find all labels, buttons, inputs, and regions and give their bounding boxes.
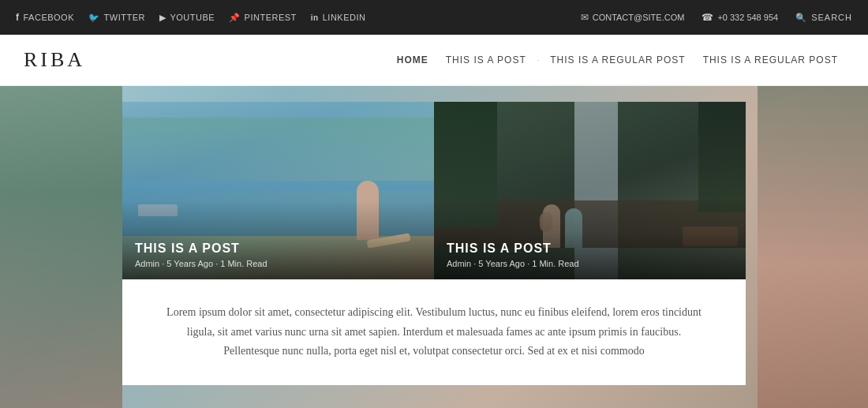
nav-post-1[interactable]: THIS IS A POST xyxy=(440,51,533,69)
phone-contact: ☎ +0 332 548 954 xyxy=(702,12,778,23)
post-card-1[interactable]: THIS IS A POST Admin · 5 Years Ago · 1 M… xyxy=(122,102,434,279)
twitter-label: TWITTER xyxy=(104,13,145,22)
linkedin-label: LINKEDIN xyxy=(323,13,366,22)
text-section: Lorem ipsum dolor sit amet, consectetur … xyxy=(122,279,746,385)
post-card-2-info: THIS IS A POST Admin · 5 Years Ago · 1 M… xyxy=(447,241,579,268)
post-card-1-info: THIS IS A POST Admin · 5 Years Ago · 1 M… xyxy=(135,241,268,268)
background-trees-left xyxy=(0,47,122,408)
posts-row: THIS IS A POST Admin · 5 Years Ago · 1 M… xyxy=(122,102,746,279)
nav-regular-post-1[interactable]: THIS IS A REGULAR POST xyxy=(544,51,691,69)
facebook-icon xyxy=(16,12,20,23)
twitter-icon: 🐦 xyxy=(88,13,100,23)
background-trees-right xyxy=(758,47,868,408)
post-card-2-title: THIS IS A POST xyxy=(447,241,579,256)
search-label: SEARCH xyxy=(811,13,852,22)
phone-icon: ☎ xyxy=(702,12,713,23)
pinterest-label: PINTEREST xyxy=(245,13,297,22)
phone-text: +0 332 548 954 xyxy=(717,13,778,22)
search-icon: 🔍 xyxy=(795,13,807,23)
linkedin-link[interactable]: in LINKEDIN xyxy=(311,13,366,22)
mail-icon: ✉ xyxy=(581,12,589,23)
nav-regular-post-2[interactable]: THIS IS A REGULAR POST xyxy=(697,51,844,69)
twitter-link[interactable]: 🐦 TWITTER xyxy=(88,13,145,23)
contact-search: ✉ CONTACT@SITE.COM ☎ +0 332 548 954 🔍 SE… xyxy=(581,12,852,23)
youtube-icon: ▶ xyxy=(159,13,166,23)
social-links: FACEBOOK 🐦 TWITTER ▶ YOUTUBE 📌 PINTEREST… xyxy=(16,12,365,23)
main-nav: HOME THIS IS A POST · THIS IS A REGULAR … xyxy=(391,51,844,69)
search-button[interactable]: 🔍 SEARCH xyxy=(795,13,852,23)
site-logo[interactable]: RIBA xyxy=(24,48,85,72)
header: RIBA HOME THIS IS A POST · THIS IS A REG… xyxy=(0,35,868,86)
youtube-label: YOUTUBE xyxy=(170,13,215,22)
body-text: Lorem ipsum dolor sit amet, consectetur … xyxy=(162,303,706,361)
nav-home[interactable]: HOME xyxy=(391,51,435,69)
pinterest-link[interactable]: 📌 PINTEREST xyxy=(229,13,297,23)
top-bar: FACEBOOK 🐦 TWITTER ▶ YOUTUBE 📌 PINTEREST… xyxy=(0,0,868,35)
post-card-1-meta: Admin · 5 Years Ago · 1 Min. Read xyxy=(135,259,268,268)
post-card-2-meta: Admin · 5 Years Ago · 1 Min. Read xyxy=(447,259,579,268)
pinterest-icon: 📌 xyxy=(229,13,241,23)
post-card-1-title: THIS IS A POST xyxy=(135,241,268,256)
post-card-2[interactable]: THIS IS A POST Admin · 5 Years Ago · 1 M… xyxy=(434,102,746,279)
email-text: CONTACT@SITE.COM xyxy=(593,13,685,22)
email-contact: ✉ CONTACT@SITE.COM xyxy=(581,12,685,23)
youtube-link[interactable]: ▶ YOUTUBE xyxy=(159,13,215,23)
main-content: THIS IS A POST Admin · 5 Years Ago · 1 M… xyxy=(118,102,750,385)
nav-dot: · xyxy=(537,56,540,65)
facebook-label: FACEBOOK xyxy=(24,13,75,22)
linkedin-icon: in xyxy=(311,13,319,22)
facebook-link[interactable]: FACEBOOK xyxy=(16,12,74,23)
